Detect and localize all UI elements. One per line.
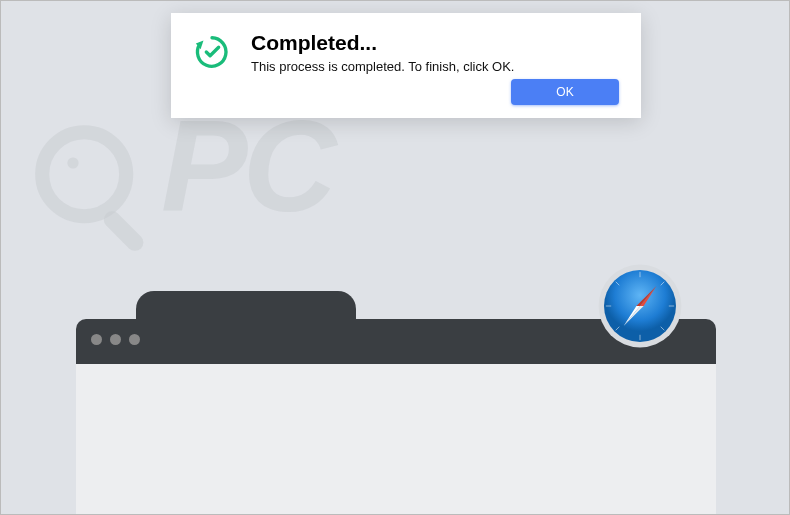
dialog-message: This process is completed. To finish, cl…	[251, 59, 514, 74]
svg-point-0	[42, 132, 126, 216]
completed-dialog: Completed... This process is completed. …	[171, 13, 641, 118]
safari-icon	[595, 261, 685, 351]
svg-rect-2	[100, 208, 147, 255]
magnifier-icon	[31, 121, 171, 261]
traffic-lights	[91, 334, 140, 345]
browser-body	[76, 364, 716, 515]
traffic-light-close	[91, 334, 102, 345]
traffic-light-maximize	[129, 334, 140, 345]
ok-button[interactable]: OK	[511, 79, 619, 105]
svg-point-1	[67, 157, 78, 168]
checkmark-refresh-icon	[193, 33, 231, 71]
traffic-light-minimize	[110, 334, 121, 345]
dialog-title: Completed...	[251, 31, 514, 55]
